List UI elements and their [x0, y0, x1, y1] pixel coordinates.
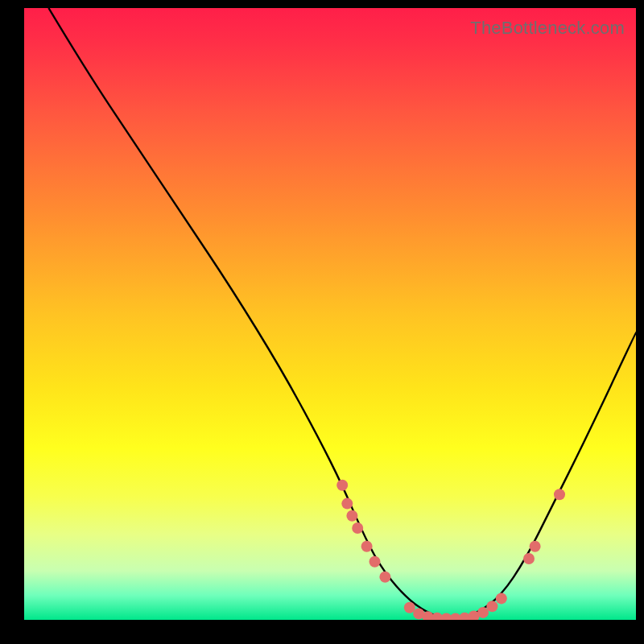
data-point [496, 592, 507, 604]
data-point [530, 541, 541, 552]
data-point [336, 480, 348, 491]
data-point [523, 553, 535, 564]
data-point [477, 607, 489, 618]
data-points [336, 480, 565, 620]
data-point [346, 510, 357, 522]
plot-area [24, 8, 636, 620]
data-point [352, 522, 363, 534]
data-point [341, 498, 353, 510]
bottleneck-curve [48, 8, 636, 618]
chart-frame: TheBottleneck.com [24, 8, 636, 636]
data-point [361, 541, 373, 552]
data-point [486, 601, 497, 612]
data-point [369, 556, 381, 568]
data-point [379, 572, 390, 583]
data-point [554, 489, 565, 500]
data-point [404, 602, 415, 613]
chart-overlay [24, 8, 636, 620]
watermark-text: TheBottleneck.com [470, 18, 625, 39]
